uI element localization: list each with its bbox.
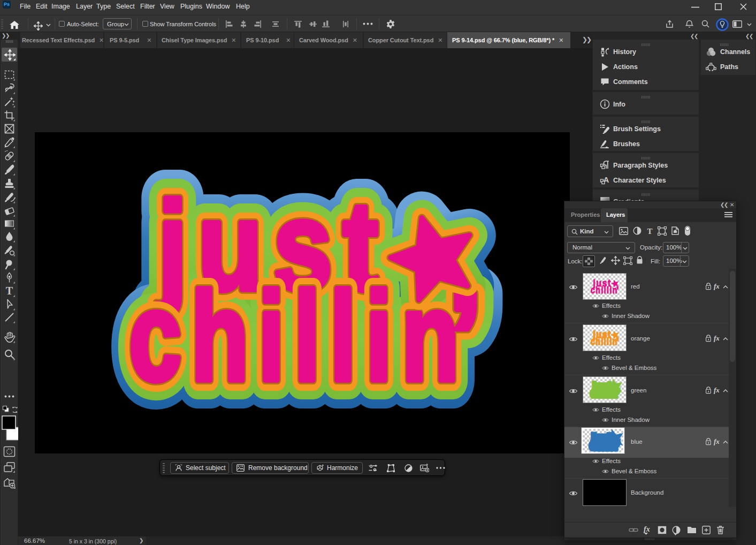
svg-text:T: T <box>6 285 13 297</box>
svg-text:T: T <box>647 227 652 234</box>
